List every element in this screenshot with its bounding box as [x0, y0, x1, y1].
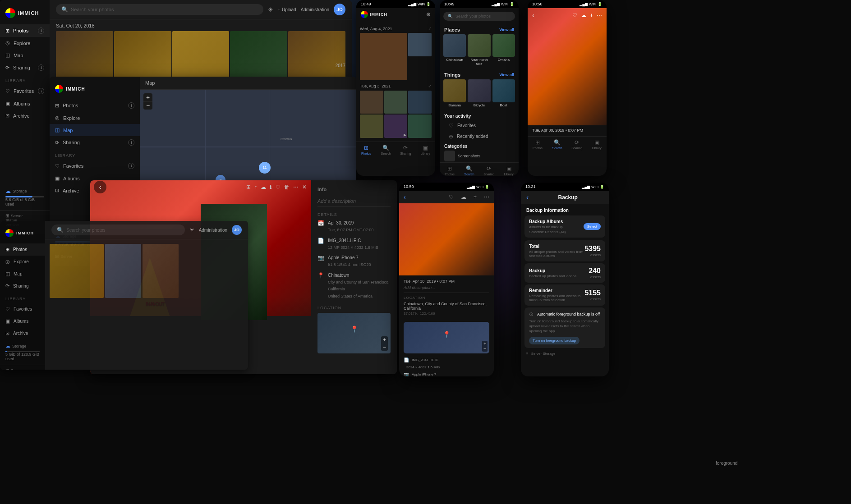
- nav-library[interactable]: ▣ Library: [415, 145, 435, 155]
- photo-cell[interactable]: [360, 91, 383, 114]
- phone-action-icon[interactable]: ⊕: [426, 11, 431, 18]
- heart-icon[interactable]: ♡: [572, 12, 577, 18]
- place-omaha[interactable]: Omaha: [492, 34, 515, 66]
- avatar-2[interactable]: JO: [232, 225, 242, 235]
- more-icon[interactable]: ⋯: [293, 184, 299, 190]
- search-box[interactable]: 🔍 Search your photos: [56, 4, 263, 15]
- map-sidebar-photos[interactable]: ⊞ Photos ℹ: [50, 99, 140, 112]
- add-icon[interactable]: +: [474, 194, 477, 200]
- grid-icon[interactable]: ⊞: [246, 184, 251, 190]
- user-avatar[interactable]: JO: [334, 4, 345, 15]
- trash-icon[interactable]: 🗑: [284, 184, 290, 190]
- sidebar-item-albums[interactable]: ▣ Albums: [0, 97, 50, 110]
- photo-cell[interactable]: [143, 244, 179, 298]
- more-icon[interactable]: ⋯: [484, 194, 489, 200]
- detail-desc[interactable]: Add description...: [404, 285, 489, 293]
- upload-button[interactable]: ↑ Upload: [278, 7, 296, 12]
- thing-banana[interactable]: Banana: [443, 79, 466, 107]
- d2-map[interactable]: ◫ Map: [0, 268, 45, 280]
- nav-photos-3[interactable]: ⊞ Photos: [528, 139, 547, 150]
- nav-sharing[interactable]: ⟳ Sharing: [396, 145, 416, 155]
- photo-cell[interactable]: [408, 115, 432, 138]
- d2-favorites[interactable]: ♡ Favorites: [0, 303, 45, 315]
- nav-library-3[interactable]: ▣ Library: [587, 139, 607, 150]
- nav-search-2[interactable]: 🔍 Search: [460, 165, 479, 176]
- sidebar-item-archive[interactable]: ⊡ Archive: [0, 110, 50, 122]
- heart-icon[interactable]: ♡: [449, 194, 454, 200]
- place-north[interactable]: Near north side: [468, 34, 490, 66]
- sun-icon[interactable]: ☀: [268, 6, 273, 13]
- nav-library-2[interactable]: ▣ Library: [499, 165, 519, 176]
- sidebar-item-photos[interactable]: ⊞ Photos ℹ: [0, 24, 50, 37]
- d2-sharing[interactable]: ⟳ Sharing: [0, 280, 45, 292]
- things-view-all[interactable]: View all: [499, 73, 514, 77]
- phone-mini-map[interactable]: 📍 + −: [404, 322, 489, 353]
- map-sidebar-favorites[interactable]: ♡ Favorites ℹ: [50, 160, 140, 172]
- description-input[interactable]: Add a description: [317, 196, 391, 207]
- photo-cell[interactable]: [408, 33, 432, 56]
- share-icon[interactable]: ↑: [254, 184, 257, 190]
- thing-bicycle[interactable]: Bicycle: [468, 79, 490, 107]
- add-icon[interactable]: +: [590, 12, 593, 18]
- nav-search-3[interactable]: 🔍 Search: [547, 139, 567, 150]
- more-icon[interactable]: ⋯: [597, 12, 602, 18]
- nav-search[interactable]: 🔍 Search: [376, 145, 396, 155]
- back-icon[interactable]: ‹: [404, 193, 406, 201]
- photo-back-button[interactable]: ‹: [94, 181, 106, 193]
- sidebar-item-explore[interactable]: ◎ Explore: [0, 37, 50, 49]
- places-view-all[interactable]: View all: [499, 27, 514, 32]
- cloud-icon: ☁: [5, 188, 11, 194]
- sidebar-item-map[interactable]: ◫ Map: [0, 49, 50, 61]
- sun-icon[interactable]: ☀: [189, 227, 194, 233]
- admin-button[interactable]: Administration: [301, 7, 329, 12]
- backup-back-button[interactable]: ‹: [526, 193, 529, 202]
- d2-photos[interactable]: ⊞ Photos: [0, 243, 45, 256]
- photo-cell[interactable]: [360, 33, 407, 80]
- thing-boat[interactable]: Boat: [492, 79, 515, 107]
- cloud-icon[interactable]: ☁: [461, 194, 466, 200]
- activity-recent[interactable]: ⊕ Recently added: [444, 131, 514, 142]
- mini-zoom-out[interactable]: −: [381, 344, 388, 351]
- admin-button-2[interactable]: Administration: [199, 228, 227, 233]
- place-chinatown[interactable]: Chinatown: [443, 34, 466, 66]
- map-sidebar-explore[interactable]: ◎ Explore: [50, 112, 140, 124]
- map-sidebar-sharing[interactable]: ⟳ Sharing ℹ: [50, 136, 140, 149]
- activity-favorites[interactable]: ♡ Favorites: [444, 120, 514, 131]
- thing-label: Banana: [443, 103, 466, 107]
- photo-cell[interactable]: ▶: [384, 115, 408, 138]
- zoom-in-btn[interactable]: +: [483, 341, 486, 346]
- photo-cell[interactable]: [50, 244, 104, 298]
- d2-archive[interactable]: ⊡ Archive: [0, 327, 45, 339]
- map-cluster-2[interactable]: 11: [259, 162, 271, 174]
- d2-explore[interactable]: ◎ Explore: [0, 256, 45, 268]
- zoom-in-button[interactable]: +: [143, 93, 152, 101]
- photo-cell[interactable]: [408, 91, 432, 114]
- info-icon[interactable]: ℹ: [270, 184, 272, 190]
- photo-cell[interactable]: [105, 244, 141, 298]
- nav-sharing-2[interactable]: ⟳ Sharing: [479, 165, 499, 176]
- back-icon[interactable]: ‹: [532, 12, 534, 19]
- map-sidebar-map[interactable]: ◫ Map: [50, 124, 140, 136]
- nav-sharing-3[interactable]: ⟳ Sharing: [567, 139, 587, 150]
- nav-photos-2[interactable]: ⊞ Photos: [440, 165, 460, 176]
- backup-select-button[interactable]: Select: [584, 223, 601, 230]
- close-icon[interactable]: ✕: [302, 184, 307, 190]
- d2-albums[interactable]: ▣ Albums: [0, 315, 45, 327]
- heart-icon[interactable]: ♡: [276, 184, 281, 190]
- cloud-icon[interactable]: ☁: [261, 184, 266, 190]
- fg-icon: ⊙: [529, 311, 534, 317]
- mini-zoom-in[interactable]: +: [381, 336, 388, 344]
- zoom-out-btn[interactable]: −: [483, 346, 486, 351]
- photo-cell[interactable]: [384, 91, 408, 114]
- cloud-icon[interactable]: ☁: [581, 12, 586, 18]
- phone-search-bar[interactable]: 🔍 Search your photos: [443, 12, 515, 21]
- photo-cell[interactable]: [360, 115, 383, 138]
- categories-item[interactable]: Screenshots: [444, 151, 514, 161]
- location-mini-map[interactable]: 📍 + −: [317, 313, 391, 353]
- nav-photos[interactable]: ⊞ Photos: [356, 145, 376, 155]
- sidebar-item-sharing[interactable]: ⟳ Sharing ℹ: [0, 61, 50, 74]
- zoom-out-button[interactable]: −: [143, 101, 152, 110]
- search-box-2[interactable]: 🔍 Search your photos: [51, 225, 185, 235]
- fg-turn-on-button[interactable]: Turn on foreground backup: [529, 337, 580, 344]
- sidebar-item-favorites[interactable]: ♡ Favorites ℹ: [0, 85, 50, 97]
